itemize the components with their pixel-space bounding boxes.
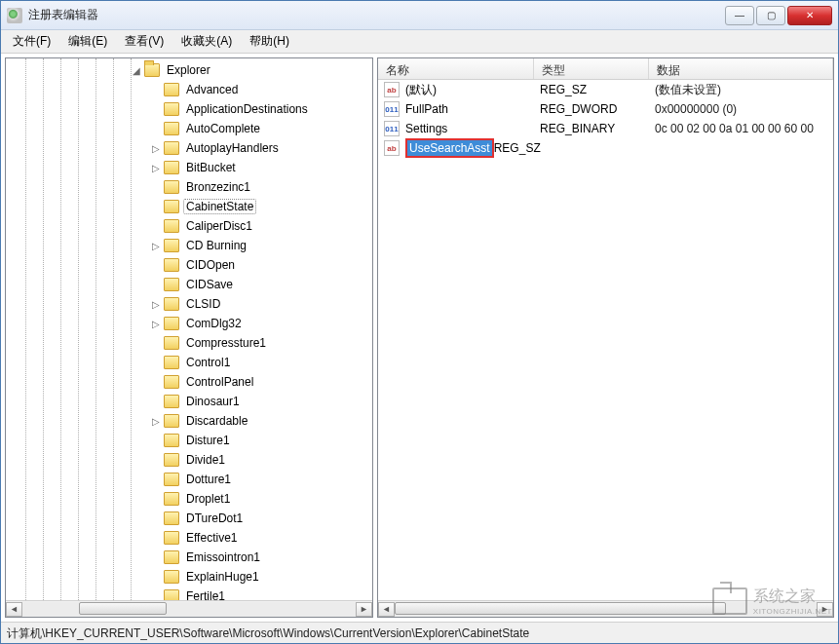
tree-item[interactable]: ExplainHuge1 bbox=[6, 567, 372, 587]
folder-icon bbox=[164, 161, 179, 174]
tree-item[interactable]: CabinetState bbox=[6, 197, 372, 216]
scroll-right-icon[interactable]: ► bbox=[356, 602, 372, 617]
menu-help[interactable]: 帮助(H) bbox=[242, 30, 297, 53]
folder-icon bbox=[164, 570, 179, 584]
tree-item[interactable]: Effective1 bbox=[6, 528, 372, 548]
expand-icon[interactable]: ▷ bbox=[150, 163, 162, 173]
values-header: 名称 类型 数据 bbox=[378, 58, 833, 80]
folder-icon bbox=[164, 492, 179, 506]
tree-item[interactable]: Compressture1 bbox=[6, 333, 372, 353]
tree-item[interactable]: Droplet1 bbox=[6, 489, 372, 509]
tree-label: DTureDot1 bbox=[183, 511, 246, 526]
tree-label: CabinetState bbox=[183, 199, 256, 214]
tree-item[interactable]: CIDOpen bbox=[6, 255, 372, 275]
maximize-button[interactable]: ▢ bbox=[756, 6, 785, 25]
tree-item[interactable]: Emissointron1 bbox=[6, 548, 372, 567]
tree-label: Droplet1 bbox=[183, 491, 233, 507]
tree-item[interactable]: Bronzezinc1 bbox=[6, 177, 372, 197]
tree-item[interactable]: Control1 bbox=[6, 353, 372, 372]
tree-label: CIDOpen bbox=[183, 257, 238, 273]
folder-icon bbox=[164, 550, 179, 564]
value-row[interactable]: abUseSearchAsstREG_SZ bbox=[378, 138, 833, 158]
tree-item[interactable]: ▷CD Burning bbox=[6, 236, 372, 255]
folder-icon bbox=[164, 414, 179, 428]
tree-label: ApplicationDestinations bbox=[183, 101, 311, 117]
scroll-left-icon[interactable]: ◄ bbox=[378, 602, 395, 617]
tree-item-explorer[interactable]: ◢ Explorer bbox=[6, 60, 372, 80]
tree-label: Divide1 bbox=[183, 452, 228, 468]
tree-label: CIDSave bbox=[183, 277, 236, 292]
tree-item[interactable]: Dotture1 bbox=[6, 470, 372, 489]
scroll-thumb[interactable] bbox=[395, 602, 726, 615]
folder-icon bbox=[164, 83, 179, 96]
tree-label: Dotture1 bbox=[183, 472, 234, 487]
scroll-right-icon[interactable]: ► bbox=[817, 602, 833, 617]
tree-item[interactable]: ▷Discardable bbox=[6, 411, 372, 431]
tree-item[interactable]: Advanced bbox=[6, 80, 372, 99]
tree-label: Compressture1 bbox=[183, 335, 269, 351]
status-path: 计算机\HKEY_CURRENT_USER\Software\Microsoft… bbox=[7, 626, 529, 640]
col-header-type[interactable]: 类型 bbox=[534, 58, 649, 79]
scroll-track[interactable] bbox=[395, 602, 817, 617]
tree-label: Bronzezinc1 bbox=[183, 179, 253, 195]
titlebar[interactable]: 注册表编辑器 — ▢ ✕ bbox=[1, 1, 838, 30]
values-list[interactable]: ab(默认)REG_SZ(数值未设置)011FullPathREG_DWORD0… bbox=[378, 80, 833, 600]
tree-item[interactable]: ▷AutoplayHandlers bbox=[6, 138, 372, 158]
scroll-track[interactable] bbox=[22, 602, 356, 617]
window-title: 注册表编辑器 bbox=[28, 7, 725, 23]
value-data: 0x00000000 (0) bbox=[655, 102, 833, 116]
menu-view[interactable]: 查看(V) bbox=[117, 30, 172, 53]
expand-icon[interactable]: ▷ bbox=[150, 416, 162, 427]
tree-item[interactable]: DTureDot1 bbox=[6, 509, 372, 528]
tree-label: CD Burning bbox=[183, 238, 249, 253]
col-header-name[interactable]: 名称 bbox=[378, 58, 534, 79]
tree-item[interactable]: ApplicationDestinations bbox=[6, 99, 372, 119]
folder-icon bbox=[164, 239, 179, 252]
registry-tree[interactable]: ◢ Explorer AdvancedApplicationDestinatio… bbox=[6, 58, 372, 600]
tree-label: Emissointron1 bbox=[183, 549, 263, 565]
scroll-thumb[interactable] bbox=[79, 602, 167, 615]
tree-item[interactable]: AutoComplete bbox=[6, 119, 372, 138]
folder-icon bbox=[164, 258, 179, 272]
tree-label: BitBucket bbox=[183, 160, 239, 175]
menu-file[interactable]: 文件(F) bbox=[5, 30, 58, 53]
value-row[interactable]: ab(默认)REG_SZ(数值未设置) bbox=[378, 80, 833, 99]
tree-hscrollbar[interactable]: ◄ ► bbox=[6, 600, 372, 617]
value-name: FullPath bbox=[405, 102, 540, 116]
tree-label: CaliperDisc1 bbox=[183, 218, 255, 234]
collapse-icon[interactable]: ◢ bbox=[131, 65, 142, 76]
col-header-data[interactable]: 数据 bbox=[649, 58, 833, 79]
tree-item[interactable]: ▷ComDlg32 bbox=[6, 314, 372, 333]
registry-editor-window: 注册表编辑器 — ▢ ✕ 文件(F) 编辑(E) 查看(V) 收藏夹(A) 帮助… bbox=[0, 0, 839, 644]
tree-item[interactable]: Disture1 bbox=[6, 431, 372, 450]
tree-item[interactable]: Dinosaur1 bbox=[6, 392, 372, 411]
tree-label: ExplainHuge1 bbox=[183, 569, 262, 585]
value-data: (数值未设置) bbox=[655, 82, 833, 98]
value-name[interactable]: UseSearchAsst bbox=[405, 138, 494, 158]
minimize-button[interactable]: — bbox=[725, 6, 754, 25]
expand-icon[interactable]: ▷ bbox=[150, 299, 162, 310]
tree-item[interactable]: CIDSave bbox=[6, 275, 372, 294]
value-row[interactable]: 011SettingsREG_BINARY0c 00 02 00 0a 01 0… bbox=[378, 119, 833, 138]
menu-edit[interactable]: 编辑(E) bbox=[60, 30, 115, 53]
folder-icon bbox=[164, 180, 179, 194]
tree-item[interactable]: ▷CLSID bbox=[6, 294, 372, 314]
tree-item[interactable]: ControlPanel bbox=[6, 372, 372, 392]
tree-item[interactable]: Fertile1 bbox=[6, 587, 372, 600]
folder-icon bbox=[164, 511, 179, 525]
expand-icon[interactable]: ▷ bbox=[150, 319, 162, 329]
string-value-icon: ab bbox=[384, 140, 400, 156]
values-hscrollbar[interactable]: ◄ ► bbox=[378, 600, 833, 617]
menu-favorites[interactable]: 收藏夹(A) bbox=[173, 30, 240, 53]
scroll-left-icon[interactable]: ◄ bbox=[6, 602, 22, 617]
expand-icon[interactable]: ▷ bbox=[150, 143, 162, 154]
folder-icon bbox=[164, 219, 179, 233]
tree-item[interactable]: CaliperDisc1 bbox=[6, 216, 372, 236]
statusbar: 计算机\HKEY_CURRENT_USER\Software\Microsoft… bbox=[1, 622, 838, 643]
expand-icon[interactable]: ▷ bbox=[150, 241, 162, 251]
tree-item[interactable]: Divide1 bbox=[6, 450, 372, 470]
tree-item[interactable]: ▷BitBucket bbox=[6, 158, 372, 177]
binary-value-icon: 011 bbox=[384, 121, 400, 136]
close-button[interactable]: ✕ bbox=[787, 6, 832, 25]
value-row[interactable]: 011FullPathREG_DWORD0x00000000 (0) bbox=[378, 99, 833, 119]
